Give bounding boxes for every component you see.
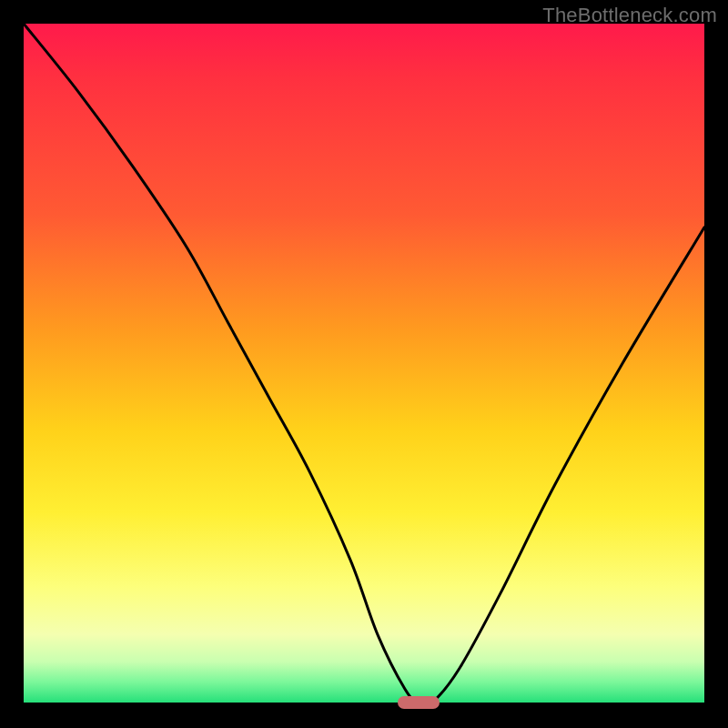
watermark-text: TheBottleneck.com <box>542 4 717 27</box>
bottleneck-curve <box>24 24 704 703</box>
curve-path <box>24 24 704 705</box>
plot-area <box>24 24 704 703</box>
outer-frame: TheBottleneck.com <box>0 0 728 728</box>
optimal-marker <box>398 696 440 709</box>
